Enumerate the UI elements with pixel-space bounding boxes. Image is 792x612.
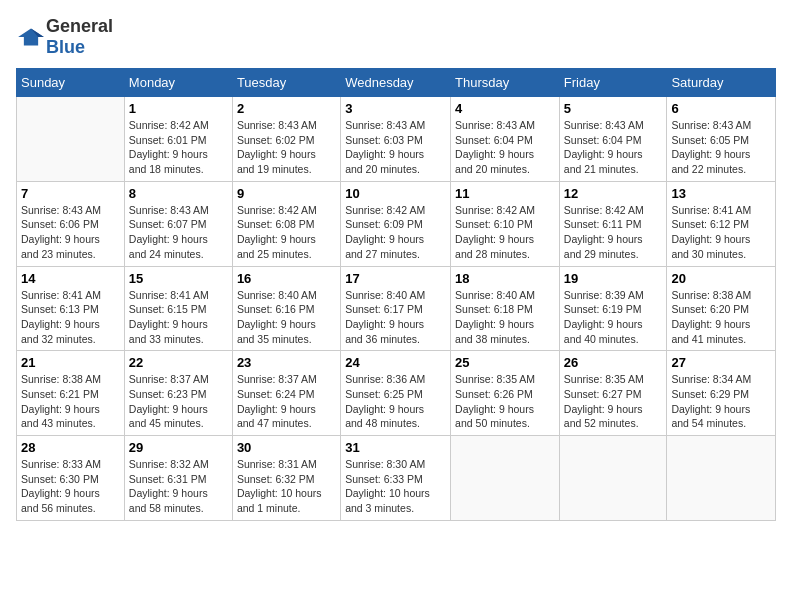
- weekday-header-cell: Wednesday: [341, 69, 451, 97]
- day-number: 30: [237, 440, 336, 455]
- calendar-cell: 1Sunrise: 8:42 AM Sunset: 6:01 PM Daylig…: [124, 97, 232, 182]
- logo-blue: Blue: [46, 37, 85, 57]
- logo: General Blue: [16, 16, 113, 58]
- calendar-week-row: 1Sunrise: 8:42 AM Sunset: 6:01 PM Daylig…: [17, 97, 776, 182]
- calendar-cell: [451, 436, 560, 521]
- logo-general: General: [46, 16, 113, 36]
- day-info: Sunrise: 8:43 AM Sunset: 6:03 PM Dayligh…: [345, 118, 446, 177]
- day-number: 11: [455, 186, 555, 201]
- day-number: 1: [129, 101, 228, 116]
- calendar-cell: 8Sunrise: 8:43 AM Sunset: 6:07 PM Daylig…: [124, 181, 232, 266]
- calendar-cell: 10Sunrise: 8:42 AM Sunset: 6:09 PM Dayli…: [341, 181, 451, 266]
- calendar-cell: 15Sunrise: 8:41 AM Sunset: 6:15 PM Dayli…: [124, 266, 232, 351]
- calendar-cell: 12Sunrise: 8:42 AM Sunset: 6:11 PM Dayli…: [559, 181, 667, 266]
- day-info: Sunrise: 8:38 AM Sunset: 6:20 PM Dayligh…: [671, 288, 771, 347]
- day-info: Sunrise: 8:35 AM Sunset: 6:27 PM Dayligh…: [564, 372, 663, 431]
- day-info: Sunrise: 8:34 AM Sunset: 6:29 PM Dayligh…: [671, 372, 771, 431]
- day-number: 20: [671, 271, 771, 286]
- day-number: 22: [129, 355, 228, 370]
- day-number: 29: [129, 440, 228, 455]
- day-number: 15: [129, 271, 228, 286]
- day-info: Sunrise: 8:40 AM Sunset: 6:17 PM Dayligh…: [345, 288, 446, 347]
- day-info: Sunrise: 8:40 AM Sunset: 6:18 PM Dayligh…: [455, 288, 555, 347]
- weekday-header-cell: Friday: [559, 69, 667, 97]
- calendar-week-row: 28Sunrise: 8:33 AM Sunset: 6:30 PM Dayli…: [17, 436, 776, 521]
- day-info: Sunrise: 8:37 AM Sunset: 6:24 PM Dayligh…: [237, 372, 336, 431]
- day-number: 26: [564, 355, 663, 370]
- day-info: Sunrise: 8:43 AM Sunset: 6:07 PM Dayligh…: [129, 203, 228, 262]
- day-info: Sunrise: 8:35 AM Sunset: 6:26 PM Dayligh…: [455, 372, 555, 431]
- calendar-cell: 28Sunrise: 8:33 AM Sunset: 6:30 PM Dayli…: [17, 436, 125, 521]
- calendar-cell: 29Sunrise: 8:32 AM Sunset: 6:31 PM Dayli…: [124, 436, 232, 521]
- header: General Blue: [16, 16, 776, 58]
- day-number: 7: [21, 186, 120, 201]
- calendar-cell: 3Sunrise: 8:43 AM Sunset: 6:03 PM Daylig…: [341, 97, 451, 182]
- day-info: Sunrise: 8:43 AM Sunset: 6:04 PM Dayligh…: [564, 118, 663, 177]
- day-number: 6: [671, 101, 771, 116]
- day-info: Sunrise: 8:43 AM Sunset: 6:02 PM Dayligh…: [237, 118, 336, 177]
- calendar-body: 1Sunrise: 8:42 AM Sunset: 6:01 PM Daylig…: [17, 97, 776, 521]
- weekday-header-cell: Sunday: [17, 69, 125, 97]
- day-number: 5: [564, 101, 663, 116]
- calendar-cell: 13Sunrise: 8:41 AM Sunset: 6:12 PM Dayli…: [667, 181, 776, 266]
- day-number: 27: [671, 355, 771, 370]
- weekday-header-cell: Tuesday: [232, 69, 340, 97]
- day-number: 16: [237, 271, 336, 286]
- calendar-cell: 30Sunrise: 8:31 AM Sunset: 6:32 PM Dayli…: [232, 436, 340, 521]
- calendar-week-row: 14Sunrise: 8:41 AM Sunset: 6:13 PM Dayli…: [17, 266, 776, 351]
- day-info: Sunrise: 8:41 AM Sunset: 6:13 PM Dayligh…: [21, 288, 120, 347]
- calendar-cell: 24Sunrise: 8:36 AM Sunset: 6:25 PM Dayli…: [341, 351, 451, 436]
- calendar-cell: 16Sunrise: 8:40 AM Sunset: 6:16 PM Dayli…: [232, 266, 340, 351]
- calendar-cell: 20Sunrise: 8:38 AM Sunset: 6:20 PM Dayli…: [667, 266, 776, 351]
- day-number: 18: [455, 271, 555, 286]
- day-info: Sunrise: 8:38 AM Sunset: 6:21 PM Dayligh…: [21, 372, 120, 431]
- day-info: Sunrise: 8:40 AM Sunset: 6:16 PM Dayligh…: [237, 288, 336, 347]
- day-info: Sunrise: 8:30 AM Sunset: 6:33 PM Dayligh…: [345, 457, 446, 516]
- calendar-cell: 2Sunrise: 8:43 AM Sunset: 6:02 PM Daylig…: [232, 97, 340, 182]
- day-number: 10: [345, 186, 446, 201]
- day-info: Sunrise: 8:42 AM Sunset: 6:01 PM Dayligh…: [129, 118, 228, 177]
- day-number: 8: [129, 186, 228, 201]
- day-info: Sunrise: 8:41 AM Sunset: 6:12 PM Dayligh…: [671, 203, 771, 262]
- day-number: 3: [345, 101, 446, 116]
- day-info: Sunrise: 8:31 AM Sunset: 6:32 PM Dayligh…: [237, 457, 336, 516]
- day-info: Sunrise: 8:42 AM Sunset: 6:08 PM Dayligh…: [237, 203, 336, 262]
- day-number: 12: [564, 186, 663, 201]
- calendar-cell: 14Sunrise: 8:41 AM Sunset: 6:13 PM Dayli…: [17, 266, 125, 351]
- calendar-week-row: 7Sunrise: 8:43 AM Sunset: 6:06 PM Daylig…: [17, 181, 776, 266]
- weekday-header-cell: Saturday: [667, 69, 776, 97]
- calendar-cell: 26Sunrise: 8:35 AM Sunset: 6:27 PM Dayli…: [559, 351, 667, 436]
- calendar-cell: 31Sunrise: 8:30 AM Sunset: 6:33 PM Dayli…: [341, 436, 451, 521]
- calendar-cell: [17, 97, 125, 182]
- day-info: Sunrise: 8:41 AM Sunset: 6:15 PM Dayligh…: [129, 288, 228, 347]
- day-number: 14: [21, 271, 120, 286]
- day-info: Sunrise: 8:42 AM Sunset: 6:10 PM Dayligh…: [455, 203, 555, 262]
- calendar-cell: 4Sunrise: 8:43 AM Sunset: 6:04 PM Daylig…: [451, 97, 560, 182]
- calendar-cell: 18Sunrise: 8:40 AM Sunset: 6:18 PM Dayli…: [451, 266, 560, 351]
- calendar-cell: 25Sunrise: 8:35 AM Sunset: 6:26 PM Dayli…: [451, 351, 560, 436]
- calendar-cell: 6Sunrise: 8:43 AM Sunset: 6:05 PM Daylig…: [667, 97, 776, 182]
- day-info: Sunrise: 8:33 AM Sunset: 6:30 PM Dayligh…: [21, 457, 120, 516]
- day-number: 25: [455, 355, 555, 370]
- day-number: 4: [455, 101, 555, 116]
- weekday-header-cell: Monday: [124, 69, 232, 97]
- weekday-header-row: SundayMondayTuesdayWednesdayThursdayFrid…: [17, 69, 776, 97]
- calendar-cell: 11Sunrise: 8:42 AM Sunset: 6:10 PM Dayli…: [451, 181, 560, 266]
- calendar-cell: 19Sunrise: 8:39 AM Sunset: 6:19 PM Dayli…: [559, 266, 667, 351]
- calendar-cell: 27Sunrise: 8:34 AM Sunset: 6:29 PM Dayli…: [667, 351, 776, 436]
- calendar-cell: 23Sunrise: 8:37 AM Sunset: 6:24 PM Dayli…: [232, 351, 340, 436]
- calendar-week-row: 21Sunrise: 8:38 AM Sunset: 6:21 PM Dayli…: [17, 351, 776, 436]
- day-info: Sunrise: 8:36 AM Sunset: 6:25 PM Dayligh…: [345, 372, 446, 431]
- day-info: Sunrise: 8:32 AM Sunset: 6:31 PM Dayligh…: [129, 457, 228, 516]
- day-number: 9: [237, 186, 336, 201]
- calendar-cell: 17Sunrise: 8:40 AM Sunset: 6:17 PM Dayli…: [341, 266, 451, 351]
- calendar-cell: 7Sunrise: 8:43 AM Sunset: 6:06 PM Daylig…: [17, 181, 125, 266]
- day-number: 28: [21, 440, 120, 455]
- day-number: 21: [21, 355, 120, 370]
- day-number: 13: [671, 186, 771, 201]
- calendar-cell: [667, 436, 776, 521]
- day-info: Sunrise: 8:37 AM Sunset: 6:23 PM Dayligh…: [129, 372, 228, 431]
- weekday-header-cell: Thursday: [451, 69, 560, 97]
- calendar-cell: 21Sunrise: 8:38 AM Sunset: 6:21 PM Dayli…: [17, 351, 125, 436]
- day-number: 19: [564, 271, 663, 286]
